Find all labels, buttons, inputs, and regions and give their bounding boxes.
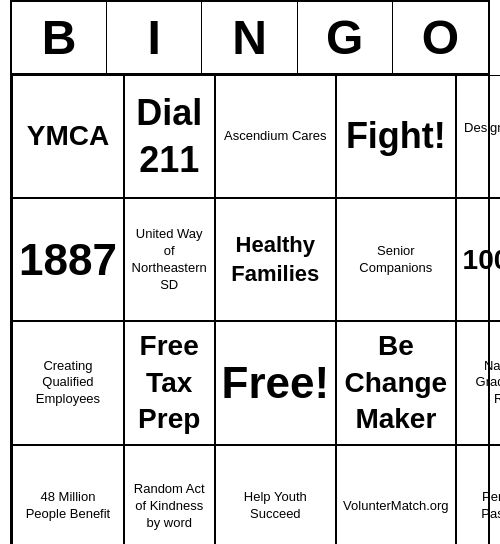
cell-5: 1887 <box>12 198 124 321</box>
cell-14: National Graduation Rate <box>456 321 500 444</box>
header-letter: B <box>12 2 107 73</box>
cell-13: Be Change Maker <box>336 321 456 444</box>
cell-10: Creating Qualified Employees <box>12 321 124 444</box>
cell-2: Ascendium Cares <box>215 75 337 198</box>
header-letter: G <box>298 2 393 73</box>
cell-1: Dial 211 <box>124 75 215 198</box>
cell-11: Free Tax Prep <box>124 321 215 444</box>
cell-6: United Way of Northeastern SD <box>124 198 215 321</box>
cell-4: Designate your $ <box>456 75 500 198</box>
bingo-grid: YMCADial 211Ascendium CaresFight!Designa… <box>12 75 488 544</box>
cell-8: Senior Companions <box>336 198 456 321</box>
cell-12: Free! <box>215 321 337 444</box>
cell-9: 100%!! <box>456 198 500 321</box>
cell-15: 48 Million People Benefit <box>12 445 124 544</box>
cell-0: YMCA <box>12 75 124 198</box>
header-letter: I <box>107 2 202 73</box>
cell-7: Healthy Families <box>215 198 337 321</box>
cell-18: VolunterMatch.org <box>336 445 456 544</box>
cell-16: Random Act of Kindness by word <box>124 445 215 544</box>
cell-3: Fight! <box>336 75 456 198</box>
cell-19: Personal Passions <box>456 445 500 544</box>
cell-17: Help Youth Succeed <box>215 445 337 544</box>
bingo-card: BINGO YMCADial 211Ascendium CaresFight!D… <box>10 0 490 544</box>
bingo-header: BINGO <box>12 2 488 75</box>
header-letter: O <box>393 2 488 73</box>
header-letter: N <box>202 2 297 73</box>
